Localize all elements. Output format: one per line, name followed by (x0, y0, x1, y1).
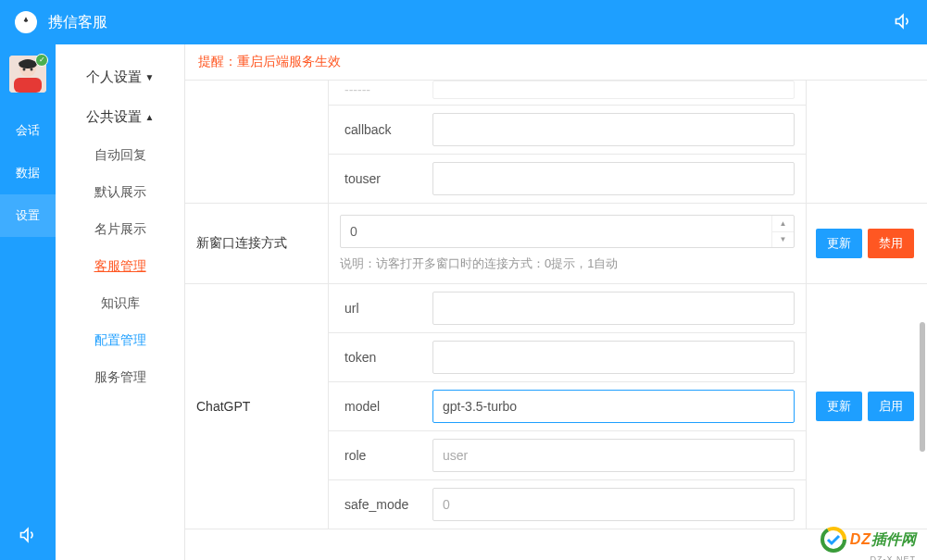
field-row-touser: touser (329, 155, 806, 203)
nav-session[interactable]: 会话 (0, 109, 56, 152)
mid-item-knowledge[interactable]: 知识库 (56, 285, 184, 322)
topbar: 携信客服 (0, 0, 927, 44)
model-input[interactable] (432, 390, 795, 423)
group-label (185, 81, 329, 203)
field-label: callback (340, 122, 432, 137)
role-input[interactable] (432, 439, 795, 472)
watermark-logo-icon (821, 527, 846, 553)
mid-item-card[interactable]: 名片展示 (56, 211, 184, 248)
field-label: touser (340, 171, 432, 186)
section-personal-label: 个人设置 (86, 68, 142, 86)
section-personal[interactable]: 个人设置 ▼ (56, 57, 184, 97)
left-sidebar: 会话 数据 设置 (0, 44, 56, 560)
scrollbar-thumb[interactable] (920, 322, 925, 452)
enable-button[interactable]: 启用 (868, 392, 914, 421)
field-row-callback: callback (329, 106, 806, 155)
chevron-up-icon: ▲ (145, 112, 155, 122)
field-label: safe_mode (340, 497, 432, 512)
group-chatgpt: ChatGPT url token model rol (185, 284, 927, 529)
app-logo (15, 11, 37, 33)
field-row-url: url (329, 284, 806, 333)
main-content: 提醒：重启后端服务生效 ------ callback touser (185, 44, 927, 560)
settings-content: ------ callback touser 新窗口连接方式 (185, 80, 927, 542)
section-public-label: 公共设置 (86, 108, 142, 126)
safemode-input[interactable] (432, 488, 795, 521)
field-input[interactable] (432, 81, 795, 99)
online-status-icon (35, 54, 48, 67)
field-label: model (340, 399, 432, 414)
field-label: token (340, 350, 432, 365)
nav-settings[interactable]: 设置 (0, 194, 56, 237)
field-label: ------ (340, 82, 432, 97)
update-button[interactable]: 更新 (816, 229, 862, 258)
field-description: 说明：访客打开多窗口时的连接方式：0提示，1自动 (340, 255, 795, 272)
avatar-wrap[interactable] (9, 56, 46, 93)
touser-input[interactable] (432, 162, 795, 195)
svg-point-3 (31, 68, 33, 71)
spinner-up-icon[interactable]: ▲ (772, 216, 794, 232)
nav-data[interactable]: 数据 (0, 152, 56, 194)
callback-input[interactable] (432, 113, 795, 146)
svg-point-2 (23, 68, 26, 71)
url-input[interactable] (432, 292, 795, 325)
group-actions: 更新 启用 (807, 284, 927, 529)
group-partial: ------ callback touser (185, 81, 927, 204)
mid-item-config[interactable]: 配置管理 (56, 322, 184, 359)
app-title: 携信客服 (48, 13, 894, 32)
field-row-model: model (329, 382, 806, 431)
token-input[interactable] (432, 341, 795, 374)
field-row: ------ (329, 81, 806, 106)
mid-item-autoreply[interactable]: 自动回复 (56, 137, 184, 174)
speaker-icon[interactable] (19, 526, 37, 547)
speaker-icon[interactable] (894, 12, 912, 33)
field-row-safemode: safe_mode (329, 480, 806, 529)
notice-label: 提醒： (198, 54, 237, 68)
window-mode-input[interactable] (340, 215, 795, 248)
group-window: 新窗口连接方式 ▲ ▼ 说明：访客打开多窗口时的连接方式：0提示，1自动 更新 … (185, 204, 927, 284)
section-public[interactable]: 公共设置 ▲ (56, 97, 184, 137)
watermark-text1: DZ (850, 531, 871, 548)
notice-text: 重启后端服务生效 (237, 54, 341, 68)
svg-rect-4 (14, 78, 42, 93)
mid-sidebar: 个人设置 ▼ 公共设置 ▲ 自动回复 默认展示 名片展示 客服管理 知识库 配置… (56, 44, 185, 560)
field-label: url (340, 301, 432, 316)
group-actions (807, 81, 927, 203)
field-label: role (340, 448, 432, 463)
group-label: ChatGPT (185, 284, 329, 529)
group-actions: 更新 禁用 (807, 204, 927, 283)
chevron-down-icon: ▼ (145, 72, 155, 82)
watermark: DZ插件网 (821, 527, 916, 553)
mid-item-service[interactable]: 客服管理 (56, 248, 184, 285)
notice-bar: 提醒：重启后端服务生效 (185, 44, 927, 80)
watermark-sub: DZ-X.NET (871, 554, 917, 560)
spinner-down-icon[interactable]: ▼ (772, 232, 794, 248)
field-row-token: token (329, 333, 806, 382)
mid-item-servicemgr[interactable]: 服务管理 (56, 359, 184, 396)
disable-button[interactable]: 禁用 (868, 229, 914, 258)
mid-item-default[interactable]: 默认展示 (56, 174, 184, 211)
field-row-role: role (329, 431, 806, 480)
watermark-text2: 插件网 (871, 530, 916, 550)
number-spinner: ▲ ▼ (771, 216, 794, 247)
update-button[interactable]: 更新 (816, 392, 862, 421)
group-label: 新窗口连接方式 (185, 204, 329, 283)
scrollbar[interactable] (920, 118, 925, 470)
